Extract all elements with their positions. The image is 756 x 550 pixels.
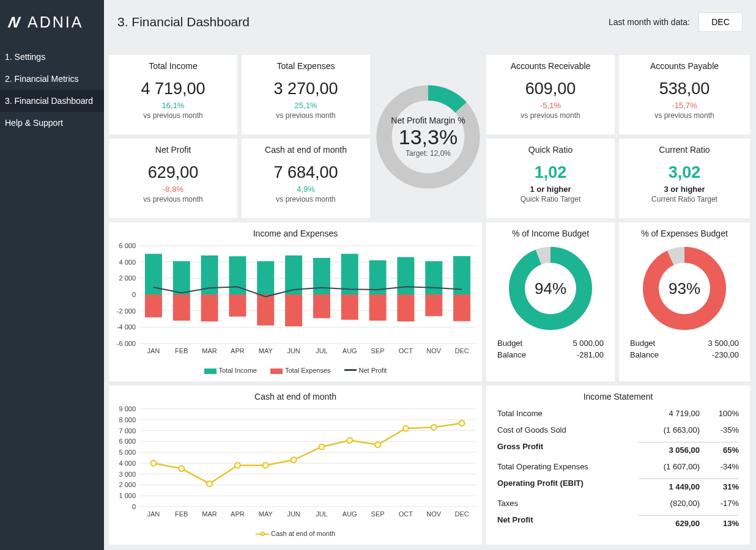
svg-text:9 000: 9 000	[119, 405, 136, 413]
nav-item-2[interactable]: 3. Financial Dashboard	[0, 90, 104, 112]
nav-list: 1. Settings2. Financial Metrics3. Financ…	[0, 46, 104, 134]
svg-text:JUN: JUN	[287, 510, 300, 518]
svg-text:JUN: JUN	[287, 347, 300, 354]
svg-rect-41	[369, 295, 387, 321]
svg-text:8 000: 8 000	[119, 416, 136, 424]
income-statement-row: Operating Profit (EBIT)1 449,0031%	[486, 475, 750, 495]
month-select[interactable]: DEC	[699, 12, 743, 32]
svg-rect-34	[313, 258, 330, 295]
svg-text:SEP: SEP	[371, 510, 385, 518]
svg-text:-2 000: -2 000	[117, 307, 136, 315]
cash-eom-svg: 01 0002 0003 0004 0005 0006 0007 0008 00…	[109, 403, 482, 525]
svg-rect-20	[173, 295, 190, 321]
svg-rect-46	[425, 261, 442, 295]
income-statement-row: Gross Profit3 056,0065%	[486, 438, 750, 458]
svg-point-94	[403, 426, 409, 431]
svg-point-82	[235, 463, 240, 468]
brand-logo: N ADNIA	[0, 0, 104, 46]
svg-text:JUL: JUL	[316, 510, 328, 518]
sidebar: N ADNIA 1. Settings2. Financial Metrics3…	[0, 0, 104, 550]
svg-text:-4 000: -4 000	[117, 323, 136, 331]
main-area: 3. Financial Dashboard Last month with d…	[104, 0, 756, 550]
svg-point-92	[375, 442, 380, 447]
income-budget-card: % of Income Budget 94% Budget5 000,00 Ba…	[486, 222, 615, 381]
svg-rect-32	[285, 295, 302, 326]
svg-text:MAY: MAY	[259, 510, 273, 518]
svg-text:OCT: OCT	[399, 347, 413, 354]
income-statement-row: Total Income4 719,00100%	[486, 405, 750, 422]
svg-text:-6 000: -6 000	[117, 340, 136, 347]
kpi-total-income: Total Income 4 719,00 16,1% vs previous …	[109, 55, 237, 134]
nav-item-3[interactable]: Help & Support	[0, 112, 104, 134]
kpi-cash-eom: Cash at end of month 7 684,00 4,9% vs pr…	[242, 139, 370, 218]
last-month-label: Last month with data:	[609, 17, 690, 27]
svg-text:4 000: 4 000	[119, 258, 136, 266]
svg-text:JAN: JAN	[147, 510, 160, 518]
svg-text:MAR: MAR	[202, 510, 217, 518]
svg-rect-47	[425, 295, 442, 316]
svg-text:JAN: JAN	[147, 347, 160, 354]
svg-point-86	[291, 457, 297, 463]
svg-text:SEP: SEP	[371, 347, 385, 354]
kpi-current-ratio: Current Ratio 3,02 3 or higher Current R…	[619, 139, 750, 218]
kpi-accounts-payable: Accounts Payable 538,00 -15,7% vs previo…	[619, 55, 750, 134]
svg-point-98	[459, 420, 465, 426]
kpi-net-profit: Net Profit 629,00 -8,8% vs previous mont…	[109, 139, 237, 218]
svg-point-84	[263, 463, 269, 468]
svg-point-96	[431, 425, 437, 430]
svg-point-76	[150, 460, 156, 466]
svg-text:OCT: OCT	[399, 510, 413, 518]
income-statement-row: Cost of Goods Sold(1 663,00)-35%	[486, 422, 750, 438]
svg-point-88	[319, 444, 324, 450]
cash-eom-chart: Cash at end of month 01 0002 0003 0004 0…	[109, 386, 482, 544]
svg-rect-19	[173, 261, 190, 295]
nav-item-0[interactable]: 1. Settings	[0, 46, 104, 68]
kpi-accounts-receivable: Accounts Receivable 609,00 -5,1% vs prev…	[486, 55, 615, 134]
svg-text:4 000: 4 000	[119, 460, 136, 467]
net-profit-margin-donut: Net Profit Margin % 13,3% Target: 12,0%	[373, 55, 483, 218]
svg-text:NOV: NOV	[426, 510, 442, 518]
svg-text:AUG: AUG	[343, 347, 357, 354]
svg-text:3 000: 3 000	[119, 471, 136, 478]
svg-text:NOV: NOV	[426, 347, 442, 354]
kpi-quick-ratio: Quick Ratio 1,02 1 or higher Quick Ratio…	[486, 139, 615, 218]
svg-text:1 000: 1 000	[119, 492, 136, 499]
svg-rect-43	[397, 257, 414, 295]
svg-text:2 000: 2 000	[119, 274, 136, 282]
page-title: 3. Financial Dashboard	[117, 15, 250, 29]
svg-text:AUG: AUG	[343, 510, 357, 518]
svg-text:DEC: DEC	[454, 510, 469, 518]
svg-point-78	[179, 466, 184, 471]
svg-rect-38	[341, 295, 358, 320]
svg-text:MAY: MAY	[259, 347, 273, 354]
svg-rect-28	[257, 261, 274, 295]
expenses-budget-card: % of Expenses Budget 93% Budget3 500,00 …	[619, 222, 750, 381]
income-statement-row: Total Operating Expenses(1 607,00)-34%	[486, 458, 750, 475]
svg-text:DEC: DEC	[454, 347, 469, 354]
svg-point-90	[347, 438, 352, 443]
brand-name: ADNIA	[28, 13, 83, 31]
svg-rect-44	[397, 295, 414, 321]
svg-rect-26	[229, 295, 246, 317]
svg-text:5 000: 5 000	[119, 449, 136, 456]
svg-text:2 000: 2 000	[119, 481, 136, 488]
svg-rect-29	[257, 295, 274, 326]
svg-point-80	[207, 481, 212, 486]
income-statement-card: Income Statement Total Income4 719,00100…	[486, 386, 750, 544]
income-expenses-chart: Income and Expenses -6 000-4 000-2 00002…	[109, 222, 482, 381]
svg-rect-50	[453, 295, 470, 321]
svg-text:6 000: 6 000	[119, 438, 136, 445]
svg-rect-17	[145, 295, 162, 317]
svg-text:FEB: FEB	[175, 347, 188, 354]
svg-text:0: 0	[132, 291, 136, 298]
income-expenses-svg: -6 000-4 000-2 00002 0004 0006 000JANFEB…	[109, 240, 482, 362]
svg-rect-35	[313, 295, 330, 318]
income-statement-row: Taxes(820,00)-17%	[486, 495, 750, 512]
kpi-total-expenses: Total Expenses 3 270,00 25,1% vs previou…	[242, 55, 370, 134]
svg-text:APR: APR	[231, 347, 245, 354]
svg-text:7 000: 7 000	[119, 427, 136, 435]
nav-item-1[interactable]: 2. Financial Metrics	[0, 68, 104, 90]
svg-text:0: 0	[132, 503, 136, 510]
svg-text:APR: APR	[231, 510, 245, 518]
income-statement-row: Net Profit629,0013%	[486, 512, 750, 532]
